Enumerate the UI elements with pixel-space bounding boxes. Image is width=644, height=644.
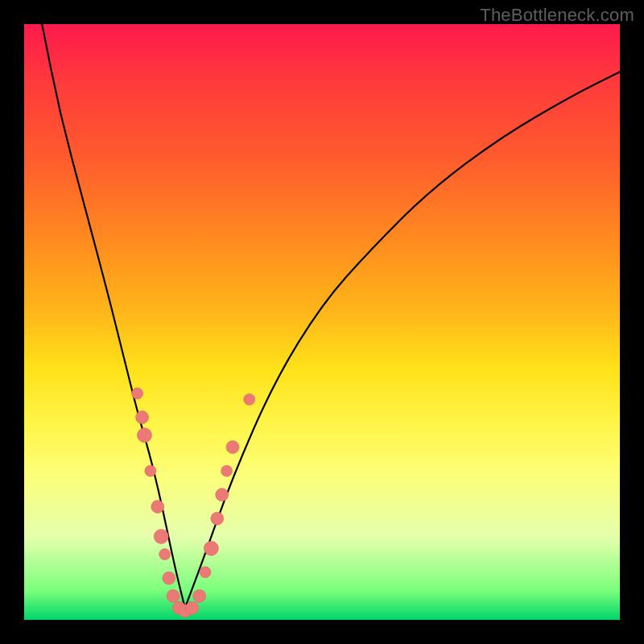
marker-dot: [244, 394, 255, 405]
watermark-text: TheBottleneck.com: [480, 5, 634, 26]
marker-dot: [137, 428, 151, 443]
marker-dot: [167, 589, 180, 602]
chart-svg: [24, 24, 620, 620]
curve-left-branch: [42, 24, 185, 608]
marker-dot: [216, 489, 229, 502]
marker-dot: [221, 465, 233, 477]
plot-area: [24, 24, 620, 620]
marker-dot: [211, 512, 224, 525]
marker-dot: [200, 567, 211, 578]
marker-dot: [204, 541, 218, 555]
marker-group: [132, 388, 255, 617]
marker-dot: [151, 500, 164, 513]
chart-frame: TheBottleneck.com: [0, 0, 644, 644]
marker-dot: [132, 388, 143, 399]
marker-dot: [154, 529, 168, 543]
curve-right-branch: [185, 72, 620, 608]
marker-dot: [136, 411, 149, 423]
marker-dot: [163, 572, 175, 584]
marker-dot: [193, 589, 206, 602]
marker-dot: [159, 549, 171, 560]
marker-dot: [226, 440, 239, 453]
marker-dot: [186, 601, 199, 614]
marker-dot: [145, 465, 156, 477]
